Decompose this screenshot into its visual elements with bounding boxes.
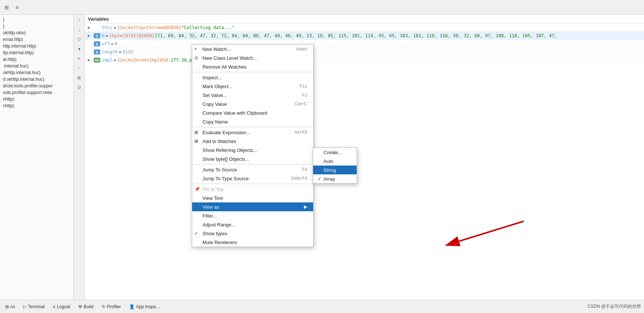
left-panel: ))okhttp.okio)ernal.http)http.internal.h… [0,15,74,300]
stack-item[interactable]: d.okhttp.internal.huc) [0,76,73,83]
menu-item-label: Show byte[] Objects... [202,156,249,162]
menu-item-inspect[interactable]: Inspect... [192,73,313,82]
var-value: 8192 [123,49,134,55]
menu-item-show-types[interactable]: ✓Show types [192,229,313,238]
add-button[interactable]: + [75,55,83,63]
bottom-right-text: CSDN @不会写代码的丝带 [587,303,641,310]
menu-item-remove-all[interactable]: Remove All Watches [192,62,313,71]
expand-icon[interactable]: ▶ [88,25,94,29]
submenu-item-string[interactable]: String [313,166,357,174]
submenu-item-create[interactable]: Create... [313,148,357,157]
variables-panel: Variables ▶this = {SocketInputStream@583… [85,15,644,300]
menu-item-icon: ✓ [194,231,198,236]
check-mark-icon: ✓ [318,176,323,181]
menu-item-icon: ⊞ [194,130,198,135]
bottom-tab-tab-build[interactable]: ⚒Build [75,303,97,311]
menu-item-label: Adjust Range... [202,222,235,227]
menu-item-show-byte[interactable]: Show byte[] Objects... [192,154,313,163]
stack-item[interactable]: okhttp.internal.huc) [0,69,73,76]
menu-icon[interactable]: ≡ [13,4,21,11]
stack-item[interactable]: ools.profiler.support.netw [0,89,73,96]
variable-row[interactable]: ▶this = {SocketInputStream@5838} "Collec… [85,24,644,32]
menu-item-label: Inspect... [202,75,222,80]
menu-item-label: Show Referring Objects... [202,147,257,153]
menu-item-add-watches[interactable]: ⊞Add to Watches [192,137,313,146]
menu-item-mute-renderers[interactable]: Mute Renderers [192,238,313,247]
stack-item[interactable]: okhttp.okio) [0,29,73,36]
bottom-tab-tab-terminal[interactable]: ▷Terminal [20,303,48,311]
menu-item-new-class-watch[interactable]: ⊙New Class Level Watch... [192,53,313,62]
menu-item-shortcut: Alt+F8 [294,130,307,135]
stack-item[interactable]: http.internal.http) [0,43,73,49]
menu-item-show-referring[interactable]: Show Referring Objects... [192,146,313,154]
bottom-tab-tab-appinspector[interactable]: 👤App Inspe... [125,303,163,311]
menu-item-shortcut: Shift+F4 [291,176,307,181]
variables-rows: ▶this = {SocketInputStream@5838} "Collec… [85,24,644,64]
bottom-tab-tab-profiler[interactable]: ↻Profiler [98,303,125,311]
stack-item[interactable]: ) [0,16,73,23]
menu-item-jump-type[interactable]: Jump To Type SourceShift+F4 [192,174,313,183]
menu-item-label: Add to Watches [202,139,236,144]
copy-button[interactable]: ⧉ [75,74,83,82]
grid-icon[interactable]: ⊞ [3,4,10,11]
menu-item-label: Mark Object... [202,84,232,89]
stack-item[interactable]: ernal.http) [0,36,73,43]
stack-item[interactable]: .internal.huc) [0,63,73,69]
expand-icon[interactable]: ▶ [88,58,94,62]
menu-item-evaluate[interactable]: ⊞Evaluate Expression...Alt+F8 [192,128,313,137]
up-button[interactable]: ↑ [75,16,83,24]
stack-item[interactable]: al.http) [0,56,73,63]
menu-item-label: Remove All Watches [202,64,246,70]
tab-label: App Inspe... [136,304,160,309]
menu-item-set-value[interactable]: Set Value...F2 [192,91,313,100]
stack-items: ))okhttp.okio)ernal.http)http.internal.h… [0,15,73,111]
stack-item[interactable]: nhttp) [0,96,73,102]
expand-icon[interactable]: ▶ [88,34,94,38]
menu-separator [192,164,313,164]
bottom-tab-tab-logcat[interactable]: ≡Logcat [49,303,74,311]
tab-icon: ▷ [23,304,27,309]
glasses-button[interactable]: ⊙ [75,83,83,91]
stack-item[interactable]: nhttp) [0,102,73,109]
menu-item-copy-value[interactable]: Copy ValueCtrl+C [192,100,313,108]
menu-item-pin-top[interactable]: 📌Pin to Top [192,185,313,194]
menu-item-view-text[interactable]: View Text [192,194,313,202]
submenu-arrow-icon: ▶ [304,204,307,209]
menu-item-adjust-range[interactable]: Adjust Range... [192,220,313,229]
stack-item[interactable]: ttp.internal.http) [0,49,73,56]
var-name: b [102,33,104,38]
menu-item-new-watch[interactable]: +New Watch...Insert [192,45,313,53]
menu-item-mark-object[interactable]: Mark Object...F11 [192,82,313,91]
menu-separator [192,72,313,72]
variables-header: Variables [85,15,644,24]
var-name: impl [102,58,112,63]
down-button[interactable]: ↓ [75,26,83,34]
more-button[interactable]: ▾ [75,45,83,53]
tab-icon: ⊞ [5,304,9,309]
submenu-item-label: Create... [323,150,342,155]
menu-item-compare-value[interactable]: Compare Value with Clipboard [192,108,313,117]
submenu-item-auto[interactable]: Auto [313,157,357,166]
minus-button[interactable]: − [75,64,83,72]
var-value: [71, 69, 84, 32, 47, 32, 72, 84, 84, 80,… [155,33,557,38]
filter-button[interactable]: ▽ [75,35,83,44]
var-eq: = [111,41,114,46]
menu-item-label: Mute Renderers [202,240,237,245]
tab-icon: ≡ [53,304,55,309]
menu-item-jump-source[interactable]: Jump To SourceF4 [192,165,313,174]
variable-row[interactable]: plength = 8192 [85,48,644,56]
stack-item[interactable]: droid.tools.profiler.suppor [0,83,73,89]
menu-item-view-as[interactable]: View as▶ [192,202,313,211]
variable-row[interactable]: ▶ooimpl = {SocksSocketImpl@58 .177.38,po… [85,56,644,64]
variable-row[interactable]: poff = 0 [85,40,644,48]
bottom-tab-tab-ns[interactable]: ⊞ns [1,303,19,311]
var-eq: = [114,25,116,30]
var-name: this [102,25,112,30]
stack-item[interactable]: ) [0,23,73,29]
menu-item-label: Set Value... [202,93,227,98]
menu-item-copy-name[interactable]: Copy Name [192,117,313,126]
menu-item-filter[interactable]: Filter... [192,211,313,220]
variable-row[interactable]: ▶pb = {byte[8192]@5858} [71, 69, 84, 32,… [85,32,644,40]
submenu-item-array[interactable]: ✓Array [313,174,357,183]
submenu-item-label: String [323,167,336,173]
